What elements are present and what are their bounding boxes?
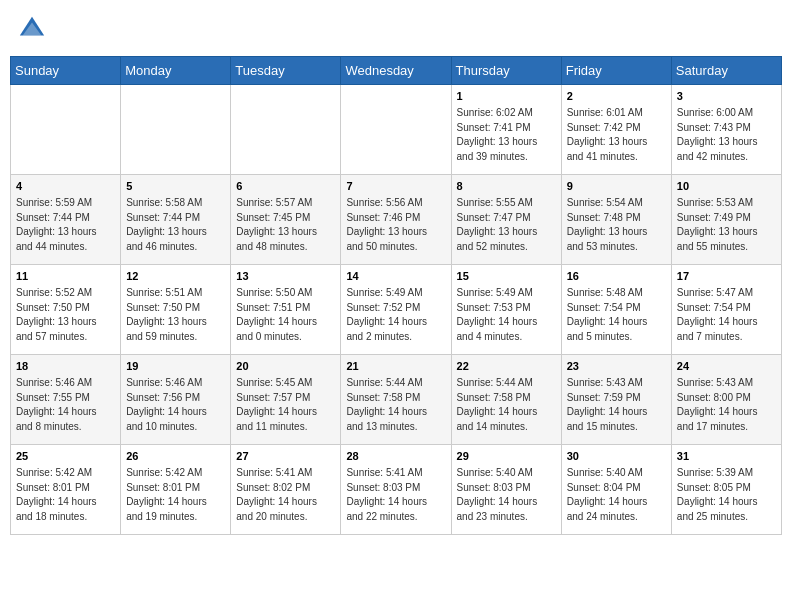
day-header-thursday: Thursday <box>451 57 561 85</box>
day-number: 11 <box>16 269 115 284</box>
calendar-cell: 18Sunrise: 5:46 AM Sunset: 7:55 PM Dayli… <box>11 355 121 445</box>
day-number: 26 <box>126 449 225 464</box>
day-header-saturday: Saturday <box>671 57 781 85</box>
day-number: 30 <box>567 449 666 464</box>
day-number: 2 <box>567 89 666 104</box>
calendar-cell: 15Sunrise: 5:49 AM Sunset: 7:53 PM Dayli… <box>451 265 561 355</box>
day-number: 14 <box>346 269 445 284</box>
day-info: Sunrise: 5:44 AM Sunset: 7:58 PM Dayligh… <box>346 376 445 434</box>
day-number: 22 <box>457 359 556 374</box>
day-info: Sunrise: 5:54 AM Sunset: 7:48 PM Dayligh… <box>567 196 666 254</box>
day-number: 7 <box>346 179 445 194</box>
day-number: 12 <box>126 269 225 284</box>
day-info: Sunrise: 5:43 AM Sunset: 7:59 PM Dayligh… <box>567 376 666 434</box>
calendar-table: SundayMondayTuesdayWednesdayThursdayFrid… <box>10 56 782 535</box>
calendar-cell <box>231 85 341 175</box>
day-number: 4 <box>16 179 115 194</box>
day-info: Sunrise: 5:42 AM Sunset: 8:01 PM Dayligh… <box>16 466 115 524</box>
calendar-cell: 11Sunrise: 5:52 AM Sunset: 7:50 PM Dayli… <box>11 265 121 355</box>
calendar-cell: 20Sunrise: 5:45 AM Sunset: 7:57 PM Dayli… <box>231 355 341 445</box>
calendar-cell: 26Sunrise: 5:42 AM Sunset: 8:01 PM Dayli… <box>121 445 231 535</box>
day-info: Sunrise: 5:49 AM Sunset: 7:53 PM Dayligh… <box>457 286 556 344</box>
logo-icon <box>18 15 46 43</box>
day-number: 28 <box>346 449 445 464</box>
day-header-sunday: Sunday <box>11 57 121 85</box>
calendar-cell: 30Sunrise: 5:40 AM Sunset: 8:04 PM Dayli… <box>561 445 671 535</box>
day-header-tuesday: Tuesday <box>231 57 341 85</box>
page-header <box>10 10 782 48</box>
day-number: 21 <box>346 359 445 374</box>
day-info: Sunrise: 5:40 AM Sunset: 8:04 PM Dayligh… <box>567 466 666 524</box>
calendar-cell: 14Sunrise: 5:49 AM Sunset: 7:52 PM Dayli… <box>341 265 451 355</box>
day-info: Sunrise: 5:56 AM Sunset: 7:46 PM Dayligh… <box>346 196 445 254</box>
calendar-week-row: 25Sunrise: 5:42 AM Sunset: 8:01 PM Dayli… <box>11 445 782 535</box>
day-header-wednesday: Wednesday <box>341 57 451 85</box>
day-number: 8 <box>457 179 556 194</box>
calendar-cell: 4Sunrise: 5:59 AM Sunset: 7:44 PM Daylig… <box>11 175 121 265</box>
day-info: Sunrise: 5:44 AM Sunset: 7:58 PM Dayligh… <box>457 376 556 434</box>
day-info: Sunrise: 5:42 AM Sunset: 8:01 PM Dayligh… <box>126 466 225 524</box>
day-number: 1 <box>457 89 556 104</box>
calendar-cell: 7Sunrise: 5:56 AM Sunset: 7:46 PM Daylig… <box>341 175 451 265</box>
day-number: 15 <box>457 269 556 284</box>
calendar-cell: 10Sunrise: 5:53 AM Sunset: 7:49 PM Dayli… <box>671 175 781 265</box>
day-info: Sunrise: 5:57 AM Sunset: 7:45 PM Dayligh… <box>236 196 335 254</box>
day-info: Sunrise: 5:55 AM Sunset: 7:47 PM Dayligh… <box>457 196 556 254</box>
calendar-week-row: 11Sunrise: 5:52 AM Sunset: 7:50 PM Dayli… <box>11 265 782 355</box>
day-info: Sunrise: 5:52 AM Sunset: 7:50 PM Dayligh… <box>16 286 115 344</box>
day-info: Sunrise: 6:02 AM Sunset: 7:41 PM Dayligh… <box>457 106 556 164</box>
day-number: 6 <box>236 179 335 194</box>
day-info: Sunrise: 5:49 AM Sunset: 7:52 PM Dayligh… <box>346 286 445 344</box>
day-info: Sunrise: 5:50 AM Sunset: 7:51 PM Dayligh… <box>236 286 335 344</box>
day-number: 9 <box>567 179 666 194</box>
day-number: 23 <box>567 359 666 374</box>
calendar-header-row: SundayMondayTuesdayWednesdayThursdayFrid… <box>11 57 782 85</box>
day-number: 18 <box>16 359 115 374</box>
day-number: 19 <box>126 359 225 374</box>
day-info: Sunrise: 5:47 AM Sunset: 7:54 PM Dayligh… <box>677 286 776 344</box>
day-number: 13 <box>236 269 335 284</box>
calendar-week-row: 1Sunrise: 6:02 AM Sunset: 7:41 PM Daylig… <box>11 85 782 175</box>
day-info: Sunrise: 5:41 AM Sunset: 8:02 PM Dayligh… <box>236 466 335 524</box>
day-number: 29 <box>457 449 556 464</box>
day-info: Sunrise: 6:01 AM Sunset: 7:42 PM Dayligh… <box>567 106 666 164</box>
calendar-week-row: 18Sunrise: 5:46 AM Sunset: 7:55 PM Dayli… <box>11 355 782 445</box>
calendar-cell <box>341 85 451 175</box>
day-info: Sunrise: 5:53 AM Sunset: 7:49 PM Dayligh… <box>677 196 776 254</box>
calendar-cell: 5Sunrise: 5:58 AM Sunset: 7:44 PM Daylig… <box>121 175 231 265</box>
calendar-cell: 22Sunrise: 5:44 AM Sunset: 7:58 PM Dayli… <box>451 355 561 445</box>
day-number: 10 <box>677 179 776 194</box>
day-info: Sunrise: 5:39 AM Sunset: 8:05 PM Dayligh… <box>677 466 776 524</box>
day-info: Sunrise: 5:43 AM Sunset: 8:00 PM Dayligh… <box>677 376 776 434</box>
calendar-cell: 8Sunrise: 5:55 AM Sunset: 7:47 PM Daylig… <box>451 175 561 265</box>
calendar-cell: 3Sunrise: 6:00 AM Sunset: 7:43 PM Daylig… <box>671 85 781 175</box>
day-info: Sunrise: 5:51 AM Sunset: 7:50 PM Dayligh… <box>126 286 225 344</box>
calendar-cell: 29Sunrise: 5:40 AM Sunset: 8:03 PM Dayli… <box>451 445 561 535</box>
calendar-cell: 28Sunrise: 5:41 AM Sunset: 8:03 PM Dayli… <box>341 445 451 535</box>
calendar-cell: 21Sunrise: 5:44 AM Sunset: 7:58 PM Dayli… <box>341 355 451 445</box>
day-info: Sunrise: 5:40 AM Sunset: 8:03 PM Dayligh… <box>457 466 556 524</box>
day-number: 16 <box>567 269 666 284</box>
calendar-cell: 16Sunrise: 5:48 AM Sunset: 7:54 PM Dayli… <box>561 265 671 355</box>
calendar-cell: 12Sunrise: 5:51 AM Sunset: 7:50 PM Dayli… <box>121 265 231 355</box>
calendar-cell: 19Sunrise: 5:46 AM Sunset: 7:56 PM Dayli… <box>121 355 231 445</box>
calendar-cell <box>11 85 121 175</box>
day-info: Sunrise: 5:59 AM Sunset: 7:44 PM Dayligh… <box>16 196 115 254</box>
day-info: Sunrise: 5:58 AM Sunset: 7:44 PM Dayligh… <box>126 196 225 254</box>
calendar-week-row: 4Sunrise: 5:59 AM Sunset: 7:44 PM Daylig… <box>11 175 782 265</box>
calendar-cell: 9Sunrise: 5:54 AM Sunset: 7:48 PM Daylig… <box>561 175 671 265</box>
calendar-cell: 1Sunrise: 6:02 AM Sunset: 7:41 PM Daylig… <box>451 85 561 175</box>
calendar-cell <box>121 85 231 175</box>
day-info: Sunrise: 5:45 AM Sunset: 7:57 PM Dayligh… <box>236 376 335 434</box>
day-info: Sunrise: 5:48 AM Sunset: 7:54 PM Dayligh… <box>567 286 666 344</box>
calendar-cell: 13Sunrise: 5:50 AM Sunset: 7:51 PM Dayli… <box>231 265 341 355</box>
calendar-cell: 6Sunrise: 5:57 AM Sunset: 7:45 PM Daylig… <box>231 175 341 265</box>
day-header-monday: Monday <box>121 57 231 85</box>
day-info: Sunrise: 5:46 AM Sunset: 7:56 PM Dayligh… <box>126 376 225 434</box>
calendar-cell: 24Sunrise: 5:43 AM Sunset: 8:00 PM Dayli… <box>671 355 781 445</box>
calendar-cell: 2Sunrise: 6:01 AM Sunset: 7:42 PM Daylig… <box>561 85 671 175</box>
calendar-cell: 31Sunrise: 5:39 AM Sunset: 8:05 PM Dayli… <box>671 445 781 535</box>
day-number: 31 <box>677 449 776 464</box>
day-number: 25 <box>16 449 115 464</box>
day-number: 3 <box>677 89 776 104</box>
